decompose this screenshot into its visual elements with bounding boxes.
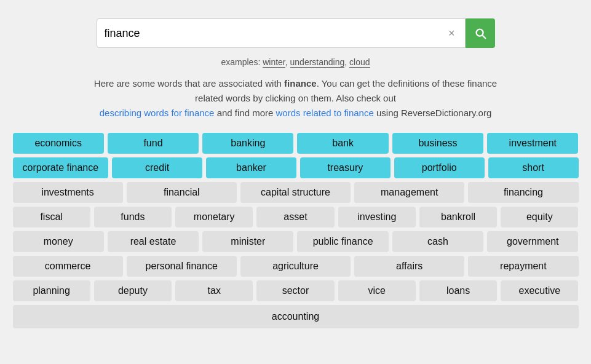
example-link-understanding[interactable]: understanding xyxy=(290,57,345,68)
tag-investment[interactable]: investment xyxy=(487,133,578,154)
examples-prefix: examples: xyxy=(221,57,260,67)
tag-deputy[interactable]: deputy xyxy=(94,280,172,301)
tag-treasury[interactable]: treasury xyxy=(300,157,391,178)
search-icon xyxy=(474,26,487,40)
tag-vice[interactable]: vice xyxy=(338,280,416,301)
tag-short[interactable]: short xyxy=(488,157,579,178)
examples-row: examples: winter, understanding, cloud xyxy=(221,57,370,67)
tag-credit[interactable]: credit xyxy=(112,157,202,178)
tag-business[interactable]: business xyxy=(392,133,483,154)
tag-affairs[interactable]: affairs xyxy=(354,256,464,277)
tag-row-0: economicsfundbankingbankbusinessinvestme… xyxy=(13,133,579,154)
desc-text-before: Here are some words that are associated … xyxy=(94,78,284,89)
tag-planning[interactable]: planning xyxy=(13,280,90,301)
tag-row-3: fiscalfundsmonetaryassetinvestingbankrol… xyxy=(13,207,579,228)
tag-money[interactable]: money xyxy=(13,231,104,252)
tag-corporate-finance[interactable]: corporate finance xyxy=(13,157,109,178)
clear-button[interactable]: × xyxy=(446,25,458,42)
tag-equity[interactable]: equity xyxy=(501,207,578,228)
tag-public-finance[interactable]: public finance xyxy=(297,231,388,252)
describing-words-link[interactable]: describing words for finance xyxy=(100,108,215,118)
tag-capital-structure[interactable]: capital structure xyxy=(240,182,351,203)
description-text: Here are some words that are associated … xyxy=(81,76,511,121)
related-words-link[interactable]: words related to finance xyxy=(276,108,374,118)
tag-agriculture[interactable]: agriculture xyxy=(240,256,351,277)
tag-sector[interactable]: sector xyxy=(256,280,334,301)
search-container: × xyxy=(97,18,495,48)
desc-keyword: finance xyxy=(284,78,317,89)
tag-economics[interactable]: economics xyxy=(13,133,104,154)
tag-monetary[interactable]: monetary xyxy=(175,207,253,228)
tag-commerce[interactable]: commerce xyxy=(13,256,123,277)
example-link-cloud[interactable]: cloud xyxy=(349,57,370,68)
tag-row-6: planningdeputytaxsectorviceloansexecutiv… xyxy=(13,280,579,301)
tag-fund[interactable]: fund xyxy=(108,133,199,154)
tag-row-4: moneyreal estateministerpublic financeca… xyxy=(13,231,579,252)
tag-accounting[interactable]: accounting xyxy=(13,305,579,328)
tag-real-estate[interactable]: real estate xyxy=(108,231,199,252)
tag-fiscal[interactable]: fiscal xyxy=(13,207,90,228)
desc-text-middle: and find more xyxy=(217,108,276,118)
tag-row-7: accounting xyxy=(13,305,579,328)
search-box: × xyxy=(97,18,466,48)
tag-executive[interactable]: executive xyxy=(501,280,578,301)
tag-bankroll[interactable]: bankroll xyxy=(419,207,497,228)
search-input[interactable] xyxy=(105,27,446,40)
tag-banker[interactable]: banker xyxy=(206,157,296,178)
tag-row-1: corporate financecreditbankertreasurypor… xyxy=(13,157,579,178)
tag-investments[interactable]: investments xyxy=(13,182,123,203)
tag-row-2: investmentsfinancialcapital structureman… xyxy=(13,182,579,203)
tag-government[interactable]: government xyxy=(487,231,578,252)
tag-loans[interactable]: loans xyxy=(419,280,497,301)
tag-banking[interactable]: banking xyxy=(202,133,293,154)
tag-investing[interactable]: investing xyxy=(338,207,416,228)
tags-area: economicsfundbankingbankbusinessinvestme… xyxy=(13,133,579,328)
tag-personal-finance[interactable]: personal finance xyxy=(127,256,237,277)
tag-cash[interactable]: cash xyxy=(392,231,483,252)
tag-financing[interactable]: financing xyxy=(468,182,578,203)
tag-funds[interactable]: funds xyxy=(94,207,172,228)
tag-repayment[interactable]: repayment xyxy=(468,256,578,277)
tag-asset[interactable]: asset xyxy=(256,207,334,228)
desc-text-end: using ReverseDictionary.org xyxy=(376,108,491,118)
tag-portfolio[interactable]: portfolio xyxy=(394,157,485,178)
example-link-winter[interactable]: winter xyxy=(263,57,285,68)
tag-tax[interactable]: tax xyxy=(175,280,253,301)
tag-management[interactable]: management xyxy=(354,182,464,203)
tag-bank[interactable]: bank xyxy=(297,133,388,154)
search-button[interactable] xyxy=(466,18,495,48)
tag-financial[interactable]: financial xyxy=(127,182,237,203)
tag-row-5: commercepersonal financeagricultureaffai… xyxy=(13,256,579,277)
tag-minister[interactable]: minister xyxy=(202,231,293,252)
